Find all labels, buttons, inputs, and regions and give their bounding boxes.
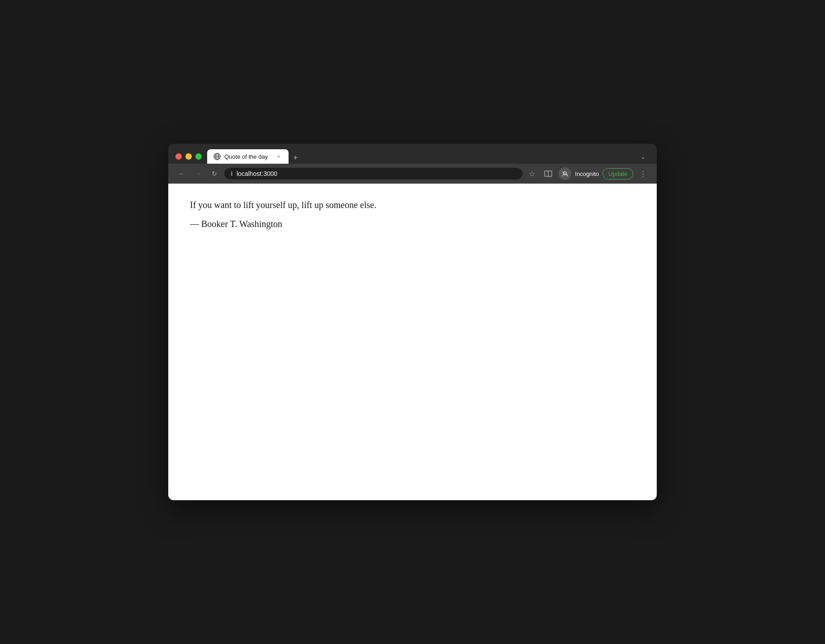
bookmark-button[interactable]: ☆ — [526, 168, 538, 180]
forward-button[interactable]: → — [192, 167, 204, 180]
active-tab[interactable]: Quote of the day × — [207, 149, 289, 164]
title-bar: Quote of the day × + ⌄ — [168, 144, 657, 164]
incognito-icon — [559, 167, 571, 180]
traffic-lights — [175, 153, 202, 160]
close-button[interactable] — [175, 153, 182, 160]
quote-text: If you want to lift yourself up, lift up… — [190, 198, 635, 212]
tab-dropdown-button[interactable]: ⌄ — [637, 151, 650, 162]
incognito-label: Incognito — [575, 170, 599, 177]
refresh-button[interactable]: ↻ — [208, 167, 221, 180]
split-view-icon — [544, 170, 552, 177]
browser-window: Quote of the day × + ⌄ ← → ↻ ℹ localhost… — [168, 144, 657, 500]
url-bar[interactable]: ℹ localhost:3000 — [224, 168, 522, 180]
tab-close-button[interactable]: × — [275, 153, 282, 160]
update-label: Update — [608, 170, 627, 177]
maximize-button[interactable] — [195, 153, 202, 160]
incognito-area: Incognito — [559, 167, 599, 180]
tab-title: Quote of the day — [224, 153, 271, 160]
new-tab-button[interactable]: + — [289, 152, 303, 164]
tabs-area: Quote of the day × + ⌄ — [207, 149, 650, 164]
url-text: localhost:3000 — [237, 170, 516, 177]
back-button[interactable]: ← — [175, 167, 188, 180]
minimize-button[interactable] — [185, 153, 192, 160]
quote-author: — Booker T. Washington — [190, 219, 635, 229]
content-area: If you want to lift yourself up, lift up… — [168, 184, 657, 500]
update-button[interactable]: Update — [602, 168, 633, 180]
view-button[interactable] — [541, 169, 555, 179]
menu-button[interactable]: ⋮ — [637, 168, 650, 180]
address-bar: ← → ↻ ℹ localhost:3000 ☆ Incognito — [168, 164, 657, 184]
tab-favicon-icon — [213, 153, 221, 160]
security-icon: ℹ — [231, 170, 233, 177]
